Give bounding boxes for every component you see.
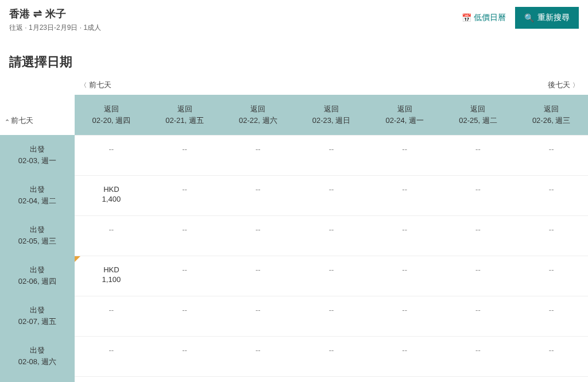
no-price: -- [475, 265, 481, 274]
price-cell[interactable]: -- [75, 296, 148, 336]
price-cell[interactable]: -- [368, 135, 442, 175]
price-cell[interactable]: -- [295, 135, 368, 175]
price-cell[interactable]: -- [514, 135, 588, 175]
no-price: -- [475, 306, 481, 314]
low-price-calendar-link[interactable]: 📅 低價日曆 [462, 13, 506, 23]
price-cell[interactable]: -- [514, 175, 588, 215]
next-week-top[interactable]: 後七天 〉 [548, 80, 579, 90]
price-cell[interactable]: -- [368, 376, 442, 382]
no-price: -- [329, 185, 334, 194]
price-cell[interactable]: -- [295, 376, 368, 382]
price-cell[interactable]: -- [148, 215, 222, 256]
price-cell[interactable]: -- [295, 256, 368, 296]
no-price: -- [475, 346, 481, 354]
price-cell[interactable]: HKD1,100 [75, 256, 148, 296]
section-title: 請選擇日期 [0, 40, 588, 80]
price-cell[interactable]: -- [295, 296, 368, 336]
no-price: -- [182, 265, 187, 274]
price-cell[interactable]: -- [221, 135, 295, 175]
price-cell[interactable]: -- [221, 296, 295, 336]
price-cell[interactable]: -- [148, 296, 222, 336]
price-cell[interactable]: -- [514, 215, 588, 256]
price-cell[interactable]: -- [368, 256, 442, 296]
row-header-label-top: 出發 [5, 225, 70, 235]
col-header-label-top: 返回 [519, 104, 583, 114]
price-cell[interactable]: HKD1,190 [75, 376, 148, 382]
row-header-label-bot: 02-06, 週四 [5, 276, 70, 287]
page-header: 香港 ⇌ 米子 往返 · 1月23日-2月9日 · 1成人 📅 低價日曆 🔍 重… [0, 0, 588, 40]
price-cell[interactable]: -- [442, 135, 515, 175]
col-header-label-top: 返回 [373, 104, 437, 114]
price-cell[interactable]: -- [148, 376, 222, 382]
chevron-left-icon: 〈 [80, 81, 87, 90]
price-cell[interactable]: -- [295, 215, 368, 256]
price-cell[interactable]: -- [368, 296, 442, 336]
row-header-label-bot: 02-07, 週五 [5, 317, 70, 327]
price-cell[interactable]: -- [514, 296, 588, 336]
price-cell[interactable]: -- [514, 256, 588, 296]
trip-dates: 1月23日-2月9日 [29, 24, 78, 32]
price-cell[interactable]: -- [295, 336, 368, 376]
price-cell[interactable]: -- [368, 336, 442, 376]
price-cell[interactable]: -- [148, 336, 222, 376]
depart-date-header: 出發02-04, 週二 [0, 175, 75, 215]
no-price: -- [256, 145, 261, 153]
price-cell[interactable]: -- [75, 135, 148, 175]
depart-date-header: 出發02-07, 週五 [0, 296, 75, 336]
row-header-label-top: 出發 [5, 144, 70, 155]
no-price: -- [329, 225, 334, 234]
prev-week-top-label: 前七天 [89, 80, 111, 90]
no-price: -- [182, 225, 187, 234]
row-header-label-top: 出發 [5, 265, 70, 275]
chevron-right-icon: 〉 [572, 81, 579, 90]
price-cell[interactable]: -- [442, 256, 515, 296]
col-header-label-top: 返回 [153, 104, 217, 114]
price-cell[interactable]: -- [221, 376, 295, 382]
price-cell[interactable]: -- [221, 336, 295, 376]
no-price: -- [549, 225, 554, 234]
price-cell[interactable]: -- [368, 175, 442, 215]
price-cell[interactable]: HKD1,400 [75, 175, 148, 215]
calendar-link-label: 低價日曆 [474, 13, 506, 23]
price-cell[interactable]: -- [75, 336, 148, 376]
depart-date-header: 出發02-05, 週三 [0, 215, 75, 256]
route-title: 香港 ⇌ 米子 [9, 7, 101, 21]
chevron-up-icon: ⌃ [5, 118, 10, 126]
price-cell[interactable]: -- [442, 336, 515, 376]
search-icon: 🔍 [524, 13, 534, 22]
price-cell[interactable]: -- [442, 296, 515, 336]
price-cell[interactable]: -- [442, 215, 515, 256]
price-cell[interactable]: -- [514, 376, 588, 382]
no-price: -- [329, 145, 334, 153]
prev-week-left[interactable]: ⌃ 前七天 [0, 95, 75, 135]
col-header-label-bot: 02-24, 週一 [373, 115, 437, 126]
price-cell[interactable]: -- [75, 215, 148, 256]
no-price: -- [182, 145, 187, 153]
no-price: -- [109, 225, 114, 234]
top-week-nav: 〈 前七天 後七天 〉 [0, 80, 588, 95]
row-header-label-bot: 02-03, 週一 [5, 156, 70, 166]
no-price: -- [182, 185, 187, 194]
calendar-icon: 📅 [462, 13, 471, 22]
no-price: -- [109, 145, 114, 153]
search-again-button[interactable]: 🔍 重新搜尋 [515, 7, 579, 29]
price-cell[interactable]: -- [442, 175, 515, 215]
price-cell[interactable]: -- [221, 215, 295, 256]
col-header-label-bot: 02-20, 週四 [79, 115, 144, 126]
price-cell[interactable]: -- [442, 376, 515, 382]
prev-week-top[interactable]: 〈 前七天 [80, 80, 111, 90]
next-week-top-label: 後七天 [548, 80, 570, 90]
price-cell[interactable]: -- [148, 256, 222, 296]
price-cell[interactable]: -- [148, 175, 222, 215]
row-header-label-bot: 02-08, 週六 [5, 357, 70, 367]
price-cell[interactable]: -- [368, 215, 442, 256]
no-price: -- [402, 265, 407, 274]
price-cell[interactable]: -- [148, 135, 222, 175]
origin: 香港 [9, 7, 30, 21]
no-price: -- [182, 346, 187, 354]
col-header-label-top: 返回 [79, 104, 144, 114]
price-cell[interactable]: -- [514, 336, 588, 376]
price-cell[interactable]: -- [295, 175, 368, 215]
price-cell[interactable]: -- [221, 256, 295, 296]
price-cell[interactable]: -- [221, 175, 295, 215]
